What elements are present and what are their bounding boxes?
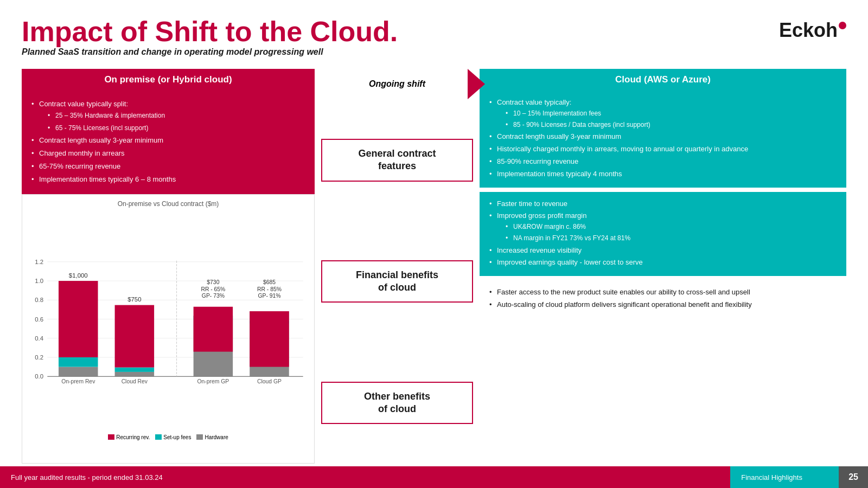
svg-text:0.2: 0.2	[35, 355, 43, 361]
svg-text:0.6: 0.6	[35, 316, 43, 323]
list-item: 65-75% recurring revenue	[31, 160, 305, 172]
svg-text:1.0: 1.0	[35, 278, 43, 285]
right-column: Cloud (AWS or Azure) Contract value typi…	[480, 69, 846, 464]
chart-legend: Recurring rev. Set-up fees Hardware	[28, 434, 309, 440]
svg-text:$1,000: $1,000	[69, 272, 88, 279]
svg-marker-39	[468, 69, 485, 99]
list-item: Faster access to the new product suite e…	[489, 287, 837, 298]
slide-subtitle: Planned SaaS transition and change in op…	[22, 47, 398, 57]
legend-setup-icon	[155, 434, 162, 440]
middle-column: Ongoing shift General contract features …	[321, 69, 473, 464]
svg-text:$730: $730	[207, 280, 219, 286]
chart-area: On-premise vs Cloud contract ($m) 1.2 1.…	[22, 194, 315, 464]
footer-center-text: Financial Highlights	[741, 473, 802, 481]
ongoing-shift-label: Ongoing shift	[369, 79, 425, 89]
on-premise-header: On premise (or Hybrid cloud)	[22, 69, 315, 91]
ongoing-shift-row: Ongoing shift	[321, 69, 473, 99]
svg-rect-25	[194, 307, 233, 352]
logo: Eckoh	[779, 19, 846, 42]
svg-text:0.4: 0.4	[35, 335, 43, 342]
list-item: Charged monthly in arrears	[31, 147, 305, 159]
svg-rect-31	[250, 311, 289, 367]
page-number: 25	[848, 472, 858, 482]
legend-setup-label: Set-up fees	[163, 434, 191, 440]
legend-recurring: Recurring rev.	[108, 434, 150, 440]
svg-text:0.0: 0.0	[35, 374, 43, 380]
svg-rect-20	[115, 305, 155, 368]
list-item: Implementation times typically 6 – 8 mon…	[31, 174, 305, 185]
mid-box-2-row: Financial benefits of cloud	[321, 221, 473, 342]
list-item: Contract value typically split: 25 – 35%…	[31, 98, 305, 133]
svg-text:RR - 85%: RR - 85%	[257, 286, 282, 292]
list-item: Faster time to revenue	[489, 198, 837, 210]
section-gap-2	[480, 276, 846, 280]
svg-text:0.8: 0.8	[35, 297, 43, 304]
slide-title: Impact of Shift to the Cloud.	[22, 16, 398, 47]
legend-recurring-icon	[108, 434, 114, 440]
list-item: 65 - 75% Licenses (incl support)	[48, 123, 305, 133]
svg-rect-15	[59, 357, 98, 367]
on-premise-content: Contract value typically split: 25 – 35%…	[22, 91, 315, 194]
section-gap-1	[480, 188, 846, 192]
svg-rect-14	[59, 367, 98, 377]
mid-box-3-row: Other benefits of cloud	[321, 342, 473, 464]
svg-rect-19	[115, 368, 155, 372]
list-item: UK&ROW margin c. 86%	[506, 222, 837, 232]
svg-text:Cloud GP: Cloud GP	[257, 378, 282, 384]
svg-text:GP- 91%: GP- 91%	[258, 293, 280, 299]
cloud-section-2: Faster time to revenue Improved gross pr…	[480, 192, 846, 277]
list-item: Implementation times typically 4 months	[489, 169, 837, 180]
financial-benefits-box: Financial benefits of cloud	[321, 260, 473, 303]
arrow-right-icon	[468, 69, 485, 99]
list-item: 85-90% recurring revenue	[489, 156, 837, 168]
svg-text:Cloud Rev: Cloud Rev	[122, 378, 148, 384]
chart-title: On-premise vs Cloud contract ($m)	[28, 200, 309, 208]
list-item: Contract value typically: 10 – 15% Imple…	[489, 97, 837, 130]
footer: Full year audited results - period ended…	[0, 466, 868, 488]
svg-text:RR - 65%: RR - 65%	[201, 286, 225, 292]
mid-box-1-row: General contract features	[321, 99, 473, 221]
cloud-section-3: Faster access to the new product suite e…	[480, 280, 846, 464]
legend-hardware-icon	[196, 434, 203, 440]
legend-recurring-label: Recurring rev.	[116, 434, 150, 440]
svg-text:$750: $750	[127, 297, 141, 303]
svg-rect-18	[115, 372, 155, 376]
legend-setup: Set-up fees	[155, 434, 191, 440]
logo-text: Eckoh	[779, 19, 838, 42]
list-item: Contract length usually 3-year minimum	[31, 134, 305, 146]
list-item: 10 – 15% Implementation fees	[506, 108, 837, 119]
footer-left-text: Full year audited results - period ended…	[11, 473, 163, 481]
list-item: 25 – 35% Hardware & implementation	[48, 110, 305, 121]
legend-hardware-label: Hardware	[205, 434, 228, 440]
main-grid: On premise (or Hybrid cloud) Contract va…	[22, 69, 846, 488]
svg-text:GP- 73%: GP- 73%	[202, 293, 225, 299]
header-area: Impact of Shift to the Cloud. Planned Sa…	[22, 16, 846, 63]
cloud-header: Cloud (AWS or Azure)	[480, 69, 846, 91]
legend-hardware: Hardware	[196, 434, 228, 440]
list-item: Auto-scaling of cloud platform delivers …	[489, 299, 837, 311]
left-column: On premise (or Hybrid cloud) Contract va…	[22, 69, 315, 464]
footer-right: 25	[839, 466, 868, 488]
logo-dot-icon	[839, 22, 846, 29]
footer-center: Financial Highlights	[730, 466, 839, 488]
list-item: Increased revenue visibility	[489, 245, 837, 256]
footer-left: Full year audited results - period ended…	[0, 466, 730, 488]
cloud-section-1: Contract value typically: 10 – 15% Imple…	[480, 91, 846, 187]
title-dot: .	[390, 16, 398, 47]
list-item: Historically charged monthly in arrears,…	[489, 144, 837, 155]
svg-text:1.2: 1.2	[35, 259, 43, 265]
general-contract-box: General contract features	[321, 139, 473, 182]
title-text: Impact of Shift to the Cloud	[22, 16, 390, 47]
bar-chart: 1.2 1.0 0.8 0.6 0.4 0.2 0.0	[28, 210, 309, 429]
slide: Impact of Shift to the Cloud. Planned Sa…	[0, 0, 868, 488]
list-item: Improved gross profit margin UK&ROW marg…	[489, 210, 837, 243]
other-benefits-box: Other benefits of cloud	[321, 382, 473, 425]
list-item: Improved earnings quality - lower cost t…	[489, 257, 837, 268]
list-item: NA margin in FY21 73% vs FY24 at 81%	[506, 233, 837, 243]
list-item: 85 - 90% Licenses / Data charges (incl s…	[506, 120, 837, 130]
svg-text:On-prem Rev: On-prem Rev	[61, 378, 95, 384]
svg-rect-16	[59, 281, 98, 357]
list-item: Contract length usually 3-year minimum	[489, 131, 837, 143]
svg-text:On-prem GP: On-prem GP	[197, 378, 229, 384]
svg-text:$685: $685	[263, 280, 276, 286]
